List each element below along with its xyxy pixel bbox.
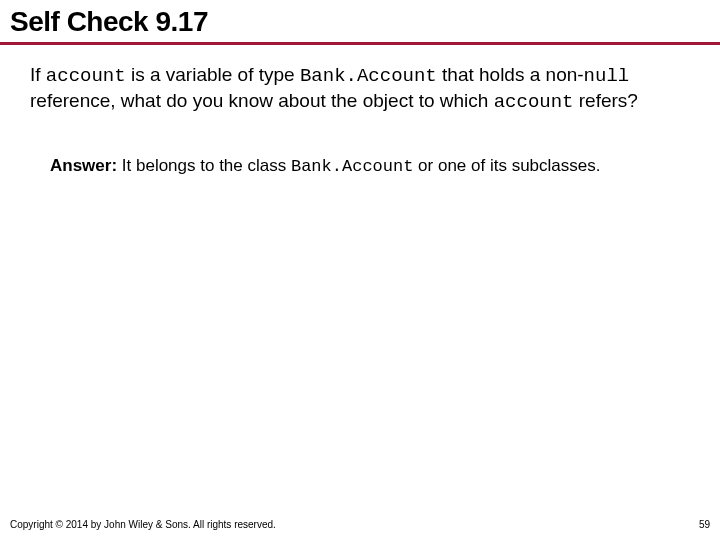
question-part: If (30, 64, 46, 85)
footer: Copyright © 2014 by John Wiley & Sons. A… (10, 519, 710, 530)
question-part: that holds a non- (437, 64, 584, 85)
title-divider (0, 42, 720, 45)
answer-block: Answer: It belongs to the class Bank.Acc… (0, 115, 720, 178)
code-account-2: account (494, 91, 574, 113)
question-part: reference, what do you know about the ob… (30, 90, 494, 111)
answer-part: or one of its subclasses. (413, 156, 600, 175)
question-text: If account is a variable of type Bank.Ac… (0, 63, 720, 115)
question-part: refers? (574, 90, 638, 111)
code-bankaccount: Bank.Account (300, 65, 437, 87)
code-bankaccount-answer: Bank.Account (291, 157, 413, 176)
code-null: null (584, 65, 630, 87)
copyright-text: Copyright © 2014 by John Wiley & Sons. A… (10, 519, 276, 530)
answer-label: Answer: (50, 156, 117, 175)
slide: Self Check 9.17 If account is a variable… (0, 0, 720, 540)
question-part: is a variable of type (126, 64, 300, 85)
answer-text: Answer: It belongs to the class Bank.Acc… (50, 155, 680, 178)
answer-part: It belongs to the class (117, 156, 291, 175)
page-number: 59 (699, 519, 710, 530)
code-account: account (46, 65, 126, 87)
slide-title: Self Check 9.17 (0, 0, 720, 42)
